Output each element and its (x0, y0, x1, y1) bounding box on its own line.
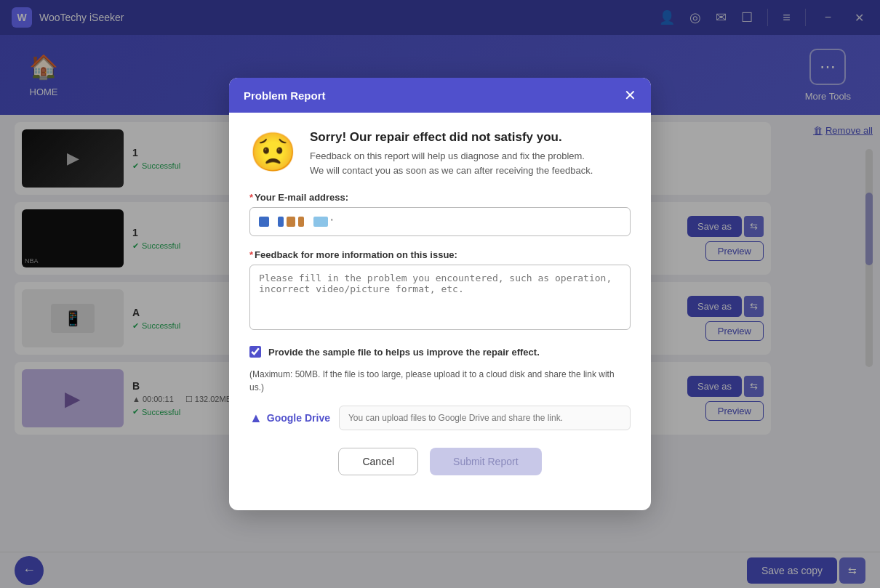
email-pixel-1 (259, 217, 269, 227)
google-drive-row: ▲ Google Drive (249, 406, 631, 430)
upload-note: (Maximum: 50MB. If the file is too large… (249, 368, 631, 394)
sorry-row: 😟 Sorry! Our repair effect did not satis… (249, 130, 631, 177)
email-label: * Your E-mail address: (249, 192, 631, 203)
modal-close-button[interactable]: ✕ (624, 88, 636, 102)
problem-report-modal: Problem Report ✕ 😟 Sorry! Our repair eff… (229, 78, 651, 510)
sorry-subtitle: Feedback on this report will help us dia… (310, 149, 593, 177)
required-star: * (249, 192, 253, 203)
sorry-text: Sorry! Our repair effect did not satisfy… (310, 130, 593, 177)
drive-link-input[interactable] (339, 406, 631, 430)
modal-overlay: Problem Report ✕ 😟 Sorry! Our repair eff… (0, 0, 880, 588)
sample-file-checkbox[interactable] (249, 346, 261, 358)
google-drive-button[interactable]: ▲ Google Drive (249, 411, 330, 426)
checkbox-label: Provide the sample file to helps us impr… (268, 347, 540, 358)
email-pixel-2 (278, 217, 284, 227)
sad-emoji: 😟 (249, 130, 297, 174)
email-pixel-5 (313, 217, 328, 227)
modal-footer: Cancel Submit Report (249, 448, 631, 493)
sorry-title: Sorry! Our repair effect did not satisfy… (310, 130, 593, 145)
cancel-button[interactable]: Cancel (338, 448, 418, 475)
email-display: ' (249, 207, 631, 236)
required-star-2: * (249, 249, 253, 260)
submit-report-button[interactable]: Submit Report (430, 448, 541, 475)
modal-title: Problem Report (244, 89, 326, 102)
modal-body: 😟 Sorry! Our repair effect did not satis… (229, 113, 651, 510)
modal-header: Problem Report ✕ (229, 78, 651, 113)
feedback-label: * Feedback for more information on this … (249, 249, 631, 260)
email-apostrophe: ' (331, 217, 332, 227)
email-pixel-4 (298, 217, 304, 227)
email-pixel-3 (287, 217, 295, 227)
feedback-textarea[interactable] (249, 265, 631, 330)
drive-icon: ▲ (249, 411, 263, 426)
checkbox-row: Provide the sample file to helps us impr… (249, 346, 631, 358)
